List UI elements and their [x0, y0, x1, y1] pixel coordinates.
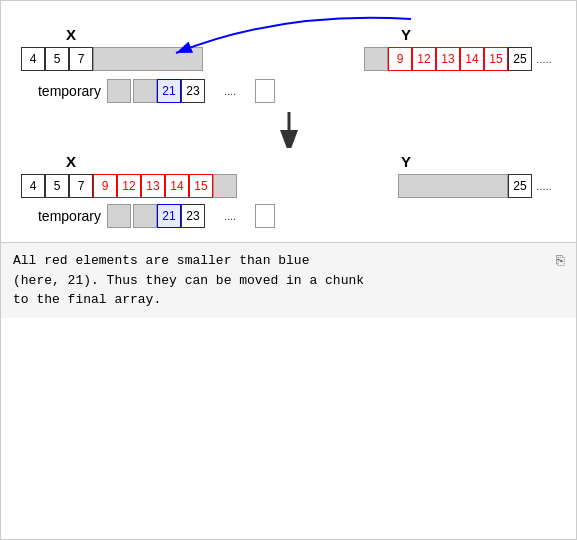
down-arrow-row: [21, 109, 556, 149]
temp-gray1-bottom: [107, 204, 131, 228]
y-dots-top: .....: [532, 47, 556, 71]
temp-gray2-bottom: [133, 204, 157, 228]
y-cell-15-top: 15: [484, 47, 508, 71]
y-cell-14: 14: [460, 47, 484, 71]
x-cell-7: 7: [69, 47, 93, 71]
xb-cell-13: 13: [141, 174, 165, 198]
xb-cell-12: 12: [117, 174, 141, 198]
xb-gray-end: [213, 174, 237, 198]
temp-dots-top: ....: [205, 79, 255, 103]
x-gray-block-top: [93, 47, 203, 71]
temp-row-top: temporary 21 23 ....: [21, 79, 556, 103]
y-gray-cell-top: [364, 47, 388, 71]
label-x-top: X: [21, 26, 121, 43]
temp-cell-23-top: 23: [181, 79, 205, 103]
temp-label-top: temporary: [21, 83, 101, 99]
x-array-bottom: 4 5 7 9 12 13 14 15: [21, 174, 237, 198]
x-cell-4: 4: [21, 47, 45, 71]
yb-dots: .....: [532, 174, 556, 198]
temp-cell-23-bottom: 23: [181, 204, 205, 228]
y-cell-9: 9: [388, 47, 412, 71]
temp-gray2-top: [133, 79, 157, 103]
label-y-top: Y: [316, 26, 496, 43]
top-section: X Y 4 5 7 9 12 13 14 15 25: [21, 11, 556, 71]
temp-gray1-top: [107, 79, 131, 103]
xb-cell-14: 14: [165, 174, 189, 198]
y-cell-25-top: 25: [508, 47, 532, 71]
temp-dots-bottom: ....: [205, 204, 255, 228]
bottom-section: X Y 4 5 7 9 12 13 14 15 25 ..: [21, 153, 556, 228]
temp-cell-21-bottom: 21: [157, 204, 181, 228]
caption-line1: All red elements are smaller than blue: [13, 253, 309, 268]
xb-cell-15: 15: [189, 174, 213, 198]
temp-label-bottom: temporary: [21, 208, 101, 224]
y-array-top: 9 12 13 14 15 25 .....: [364, 47, 556, 71]
y-cell-12: 12: [412, 47, 436, 71]
xb-cell-7: 7: [69, 174, 93, 198]
y-cell-13: 13: [436, 47, 460, 71]
diagram-area: X Y 4 5 7 9 12 13 14 15 25: [1, 1, 576, 242]
copy-icon[interactable]: ⎘: [556, 251, 564, 272]
temp-end-box-bottom: [255, 204, 275, 228]
label-x-bottom: X: [21, 153, 121, 170]
yb-gray-block: [398, 174, 508, 198]
temp-end-box-top: [255, 79, 275, 103]
y-array-bottom: 25 .....: [398, 174, 556, 198]
caption-line3: to the final array.: [13, 292, 161, 307]
down-arrow-svg: [269, 110, 309, 148]
caption: All red elements are smaller than blue (…: [1, 242, 576, 318]
x-array-top: 4 5 7: [21, 47, 203, 71]
caption-line2: (here, 21). Thus they can be moved in a …: [13, 273, 364, 288]
xb-cell-5: 5: [45, 174, 69, 198]
label-y-bottom: Y: [316, 153, 496, 170]
x-cell-5: 5: [45, 47, 69, 71]
temp-row-bottom: temporary 21 23 ....: [21, 204, 556, 228]
xb-cell-9: 9: [93, 174, 117, 198]
xb-cell-4: 4: [21, 174, 45, 198]
temp-cell-21-top: 21: [157, 79, 181, 103]
yb-cell-25: 25: [508, 174, 532, 198]
